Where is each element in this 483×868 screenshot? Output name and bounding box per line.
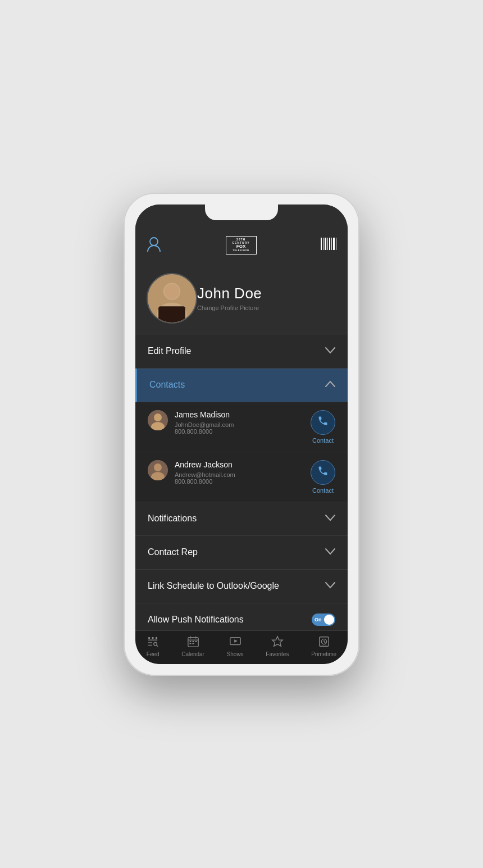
toggle[interactable]: On <box>312 613 335 626</box>
profile-info: John Doe Change Profile Picture <box>197 285 262 311</box>
svg-rect-13 <box>158 306 185 322</box>
contact-button[interactable]: Contact <box>311 410 335 444</box>
contact-phone-2: 800.800.8000 <box>175 478 235 485</box>
chevron-down-link-icon <box>325 581 335 591</box>
profile-section: John Doe Change Profile Picture <box>135 264 348 335</box>
chevron-up-icon <box>325 380 335 390</box>
contact-name: James Madison <box>175 410 234 419</box>
header: 20TH CENTURY FOX TELEVISION <box>135 229 348 264</box>
favorites-icon <box>271 635 284 649</box>
change-profile-picture-label[interactable]: Change Profile Picture <box>197 305 262 311</box>
svg-rect-30 <box>189 641 191 642</box>
contact-avatar <box>148 410 168 430</box>
person-icon[interactable] <box>147 237 161 255</box>
svg-marker-37 <box>272 636 282 646</box>
svg-rect-5 <box>329 238 330 250</box>
primetime-icon <box>318 635 330 649</box>
app-logo: 20TH CENTURY FOX TELEVISION <box>226 234 257 257</box>
nav-favorites[interactable]: Favorites <box>266 635 289 657</box>
contact-info-2: Andrew Jackson Andrew@hotmail.com 800.80… <box>175 460 235 485</box>
primetime-label: Primetime <box>311 651 336 657</box>
contact-item-2: Andrew Jackson Andrew@hotmail.com 800.80… <box>135 452 348 502</box>
svg-rect-32 <box>195 641 197 642</box>
contact-name-2: Andrew Jackson <box>175 460 235 469</box>
shows-icon <box>229 635 241 649</box>
nav-shows[interactable]: Shows <box>227 635 244 657</box>
notch <box>205 204 278 220</box>
svg-rect-1 <box>321 238 322 250</box>
contact-left-2: Andrew Jackson Andrew@hotmail.com 800.80… <box>148 460 235 485</box>
svg-point-21 <box>148 637 151 639</box>
contact-rep-label: Contact Rep <box>148 547 198 557</box>
svg-line-25 <box>157 645 158 646</box>
phone-inner: 20TH CENTURY FOX TELEVISION <box>135 204 348 664</box>
contact-info: James Madison JohnDoe@gmail.com 800.800.… <box>175 410 234 435</box>
contact-item: James Madison JohnDoe@gmail.com 800.800.… <box>135 402 348 452</box>
chevron-down-icon <box>325 346 335 356</box>
calendar-label: Calendar <box>181 651 204 657</box>
phone-icon <box>317 415 329 429</box>
notifications-row[interactable]: Notifications <box>135 502 348 536</box>
contact-left: James Madison JohnDoe@gmail.com 800.800.… <box>148 410 234 435</box>
contact-button-2[interactable]: Contact <box>311 460 335 494</box>
svg-rect-8 <box>336 238 336 250</box>
svg-point-23 <box>156 637 158 639</box>
contact-avatar-2 <box>148 460 168 480</box>
shows-label: Shows <box>227 651 244 657</box>
chevron-down-notifications-icon <box>325 513 335 524</box>
contacts-list: James Madison JohnDoe@gmail.com 800.800.… <box>135 402 348 502</box>
link-schedule-row[interactable]: Link Schedule to Outlook/Google <box>135 570 348 603</box>
contact-rep-row[interactable]: Contact Rep <box>135 536 348 570</box>
profile-name: John Doe <box>197 285 262 302</box>
contacts-row[interactable]: Contacts <box>135 369 348 402</box>
svg-point-19 <box>154 463 162 471</box>
edit-profile-label: Edit Profile <box>148 346 191 356</box>
notifications-label: Notifications <box>148 513 197 524</box>
nav-primetime[interactable]: Primetime <box>311 635 336 657</box>
allow-push-label: Allow Push Notifications <box>148 615 244 625</box>
allow-push-row[interactable]: Allow Push Notifications On <box>135 603 348 630</box>
svg-rect-33 <box>189 643 191 644</box>
svg-point-22 <box>152 637 154 639</box>
svg-rect-6 <box>331 238 332 250</box>
svg-rect-2 <box>323 238 323 250</box>
svg-point-0 <box>150 238 158 246</box>
svg-point-14 <box>165 284 180 299</box>
contact-btn-label: Contact <box>312 437 334 444</box>
calendar-icon <box>187 635 199 649</box>
svg-rect-31 <box>192 641 194 642</box>
svg-rect-3 <box>325 238 326 250</box>
feed-icon <box>147 635 159 649</box>
link-schedule-label: Link Schedule to Outlook/Google <box>148 581 279 591</box>
toggle-knob <box>324 615 334 625</box>
bottom-nav: Feed Calendar <box>135 630 348 664</box>
contact-email: JohnDoe@gmail.com <box>175 421 234 428</box>
toggle-label: On <box>315 617 322 622</box>
barcode-icon[interactable] <box>321 238 336 253</box>
profile-avatar[interactable] <box>147 273 197 324</box>
contact-phone: 800.800.8000 <box>175 428 234 435</box>
svg-point-16 <box>154 413 162 421</box>
chevron-down-contact-rep-icon <box>325 547 335 557</box>
edit-profile-row[interactable]: Edit Profile <box>135 335 348 369</box>
svg-rect-34 <box>192 643 194 644</box>
svg-marker-36 <box>234 639 238 643</box>
nav-feed[interactable]: Feed <box>147 635 160 657</box>
svg-point-24 <box>154 642 157 646</box>
scroll-content: Edit Profile Contacts <box>135 335 348 630</box>
phone-outer: 20TH CENTURY FOX TELEVISION <box>124 193 359 676</box>
contacts-label: Contacts <box>149 380 185 390</box>
favorites-label: Favorites <box>266 651 289 657</box>
svg-line-41 <box>324 642 325 643</box>
svg-rect-7 <box>333 238 335 250</box>
nav-calendar[interactable]: Calendar <box>181 635 204 657</box>
svg-rect-4 <box>327 238 328 250</box>
contact-email-2: Andrew@hotmail.com <box>175 471 235 478</box>
phone-icon-2 <box>317 465 329 479</box>
contact-btn-label-2: Contact <box>312 487 334 494</box>
feed-label: Feed <box>147 651 160 657</box>
